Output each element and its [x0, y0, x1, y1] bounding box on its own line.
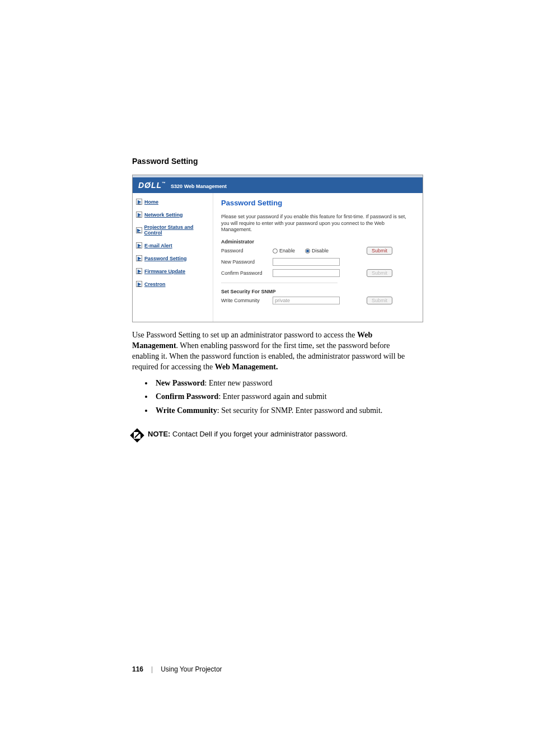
arrow-icon: ▶	[136, 255, 142, 261]
note-icon	[130, 429, 144, 443]
nav-label: Crestron	[144, 281, 166, 287]
nav-firmware-update[interactable]: ▶Firmware Update	[136, 268, 209, 274]
bullet-text: : Enter new password	[205, 379, 273, 387]
nav-label: Home	[144, 199, 158, 205]
arrow-icon: ▶	[136, 242, 142, 248]
write-community-row: Write Community Submit	[221, 297, 415, 304]
bullet-bold: New Password	[156, 379, 205, 387]
bullet-text: : Set security for SNMP. Enter password …	[217, 406, 383, 415]
nav-label: Firmware Update	[144, 269, 185, 274]
bullet-new-password: New Password: Enter new password	[153, 378, 418, 389]
page-footer: 116 | Using Your Projector	[132, 665, 222, 673]
radio-label: Enable	[279, 248, 295, 253]
admin-section-label: Administrator	[221, 239, 415, 245]
bullet-write-community: Write Community: Set security for SNMP. …	[153, 406, 418, 416]
new-password-label: New Password	[221, 259, 273, 265]
radio-dot-icon	[306, 250, 309, 252]
submit-button[interactable]: Submit	[367, 247, 392, 255]
arrow-icon: ▶	[136, 268, 142, 274]
confirm-password-input[interactable]	[273, 269, 340, 277]
disable-radio[interactable]: Disable	[305, 248, 329, 253]
nav-crestron[interactable]: ▶Crestron	[136, 281, 209, 287]
main-panel: Password Setting Please set your passwor…	[213, 193, 423, 322]
brand-tm: ™	[162, 181, 166, 185]
new-password-row: New Password	[221, 258, 415, 266]
body-paragraph: Use Password Setting to set up an admini…	[132, 330, 418, 373]
new-password-input[interactable]	[273, 258, 340, 266]
body-text-bold: Web Management.	[215, 363, 278, 371]
divider	[221, 283, 338, 283]
note-body: Contact Dell if you forget your administ…	[170, 430, 347, 438]
nav-label: E-mail Alert	[144, 243, 172, 248]
app-subtitle: S320 Web Management	[171, 184, 227, 189]
note-label: NOTE:	[148, 430, 170, 438]
arrow-icon: ▶	[136, 212, 142, 218]
snmp-section-label: Set Security For SNMP	[221, 289, 415, 294]
radio-label: Disable	[312, 248, 329, 253]
write-community-label: Write Community	[221, 298, 273, 303]
section-heading: Password Setting	[132, 157, 418, 166]
sidebar-nav: ▶Home ▶Network Setting ▶Projector Status…	[133, 193, 213, 322]
brand-logo: DØLL™	[138, 181, 166, 190]
arrow-icon: ▶	[136, 199, 142, 205]
confirm-password-label: Confirm Password	[221, 270, 273, 276]
bullet-bold: Confirm Password	[156, 392, 218, 401]
radio-icon	[305, 248, 310, 253]
arrow-icon: ▶	[136, 281, 142, 287]
brand-text: DØLL	[138, 181, 162, 190]
bullet-confirm-password: Confirm Password: Enter password again a…	[153, 392, 418, 402]
note-block: NOTE: Contact Dell if you forget your ad…	[132, 430, 418, 440]
arrow-icon: ▶	[136, 227, 142, 233]
nav-password-setting[interactable]: ▶Password Setting	[136, 255, 209, 261]
panel-title: Password Setting	[221, 199, 415, 207]
bullet-text: : Enter password again and submit	[218, 392, 326, 401]
submit-button-disabled[interactable]: Submit	[367, 297, 392, 304]
write-community-input[interactable]	[273, 297, 340, 304]
confirm-password-row: Confirm Password Submit	[221, 269, 415, 277]
panel-description: Please set your password if you enable t…	[221, 214, 415, 233]
submit-button-disabled[interactable]: Submit	[367, 269, 392, 277]
nav-label: Password Setting	[144, 256, 187, 261]
enable-radio[interactable]: Enable	[273, 248, 295, 253]
password-enable-row: Password Enable Disable Submit	[221, 247, 415, 255]
nav-label: Projector Status and Control	[144, 224, 209, 236]
web-management-screenshot: DØLL™ S320 Web Management ▶Home ▶Network…	[132, 175, 423, 322]
nav-projector-status[interactable]: ▶Projector Status and Control	[136, 224, 209, 236]
nav-label: Network Setting	[144, 212, 183, 218]
radio-icon	[273, 248, 278, 253]
nav-email-alert[interactable]: ▶E-mail Alert	[136, 242, 209, 248]
footer-separator: |	[151, 665, 153, 673]
note-text: NOTE: Contact Dell if you forget your ad…	[148, 430, 348, 438]
screenshot-header: DØLL™ S320 Web Management	[133, 177, 423, 193]
password-label: Password	[221, 248, 273, 253]
bullet-list: New Password: Enter new password Confirm…	[153, 378, 418, 417]
page-number: 116	[132, 665, 143, 673]
nav-network-setting[interactable]: ▶Network Setting	[136, 212, 209, 218]
bullet-bold: Write Community	[156, 406, 217, 415]
body-text-fragment: Use Password Setting to set up an admini…	[132, 331, 357, 339]
nav-home[interactable]: ▶Home	[136, 199, 209, 205]
footer-section: Using Your Projector	[161, 665, 222, 673]
